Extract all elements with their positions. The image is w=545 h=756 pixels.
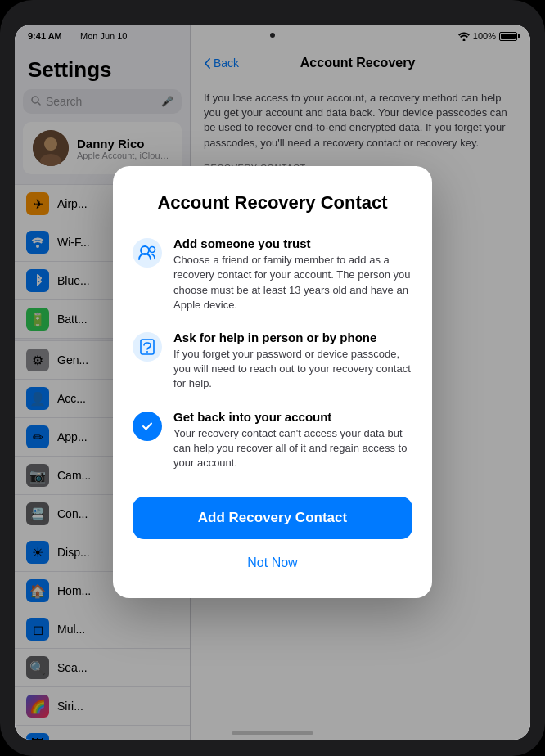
battery-percent: 100%	[473, 31, 496, 41]
status-date: Mon Jun 10	[80, 31, 127, 41]
not-now-button[interactable]: Not Now	[133, 551, 412, 575]
feature-desc-ask-help: If you forget your password or device pa…	[173, 347, 412, 392]
feature-list: Add someone you trust Choose a friend or…	[133, 236, 412, 470]
feature-item-get-back: Get back into your account Your recovery…	[133, 410, 412, 471]
feature-title-ask-help: Ask for help in person or by phone	[173, 331, 412, 344]
battery-fill	[501, 34, 516, 39]
battery-icon	[499, 32, 517, 41]
svg-point-8	[146, 351, 148, 353]
feature-desc-get-back: Your recovery contact can't access your …	[173, 426, 412, 471]
feature-text-get-back: Get back into your account Your recovery…	[173, 410, 412, 471]
svg-point-7	[150, 247, 155, 253]
modal-overlay: Account Recovery Contact	[15, 25, 530, 740]
feature-text-add-someone: Add someone you trust Choose a friend or…	[173, 236, 412, 313]
modal-sheet: Account Recovery Contact	[113, 166, 432, 598]
status-bar: 9:41 AM Mon Jun 10 100%	[15, 25, 530, 47]
svg-point-9	[140, 419, 155, 434]
ask-help-icon	[133, 332, 162, 362]
status-time: 9:41 AM	[28, 31, 62, 41]
camera-dot	[270, 33, 275, 38]
screen: 9:41 AM Mon Jun 10 100% Settings	[15, 25, 530, 740]
feature-desc-add-someone: Choose a friend or family member to add …	[173, 253, 412, 313]
modal-title: Account Recovery Contact	[133, 192, 412, 214]
add-recovery-contact-button[interactable]: Add Recovery Contact	[133, 497, 412, 539]
add-someone-icon	[133, 238, 162, 268]
wifi-icon	[458, 32, 470, 41]
get-back-icon	[133, 412, 162, 441]
status-right: 100%	[458, 31, 517, 41]
feature-item-add-someone: Add someone you trust Choose a friend or…	[133, 236, 412, 313]
feature-title-add-someone: Add someone you trust	[173, 236, 412, 250]
ipad-frame: 9:41 AM Mon Jun 10 100% Settings	[0, 0, 545, 756]
feature-item-ask-help: Ask for help in person or by phone If yo…	[133, 331, 412, 392]
feature-text-ask-help: Ask for help in person or by phone If yo…	[173, 331, 412, 392]
feature-title-get-back: Get back into your account	[173, 410, 412, 424]
